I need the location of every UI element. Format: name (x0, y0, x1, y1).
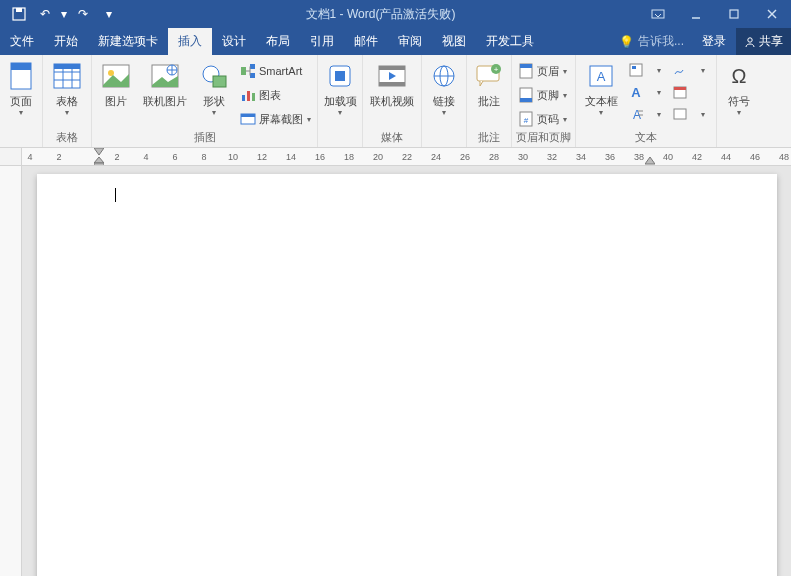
svg-rect-29 (241, 114, 255, 117)
svg-rect-44 (520, 98, 532, 102)
object-button[interactable] (670, 104, 690, 124)
group-links: 链接 ▾ (422, 55, 467, 147)
smartart-icon (240, 63, 256, 79)
quickparts-button[interactable] (626, 60, 646, 80)
indent-marker-right[interactable] (645, 157, 655, 165)
qat-customize-icon[interactable]: ▾ (96, 2, 122, 26)
signature-dropdown[interactable] (692, 60, 712, 80)
tell-me-label: 告诉我... (638, 33, 684, 50)
document-scroll[interactable] (22, 166, 791, 576)
tell-me-search[interactable]: 💡 告诉我... (611, 28, 692, 55)
group-symbols: Ω 符号 ▾ (717, 55, 761, 147)
chevron-down-icon: ▾ (212, 108, 216, 117)
undo-dropdown-icon[interactable]: ▾ (58, 2, 70, 26)
smartart-button[interactable]: SmartArt (238, 60, 313, 82)
vertical-ruler[interactable] (0, 166, 22, 576)
ribbon-tabs: 文件 开始 新建选项卡 插入 设计 布局 引用 邮件 审阅 视图 开发工具 💡 … (0, 28, 791, 55)
group-media: 联机视频 媒体 (363, 55, 422, 147)
ruler-tick: 16 (313, 148, 327, 165)
ruler-tick: 24 (429, 148, 443, 165)
document-page[interactable] (37, 174, 777, 576)
svg-rect-31 (335, 71, 345, 81)
group-label-illustrations: 插图 (96, 130, 313, 146)
group-label-headerfooter: 页眉和页脚 (516, 130, 571, 146)
cover-page-button[interactable]: 页面 ▾ (4, 58, 38, 117)
tab-mail[interactable]: 邮件 (344, 28, 388, 55)
object-dropdown[interactable] (692, 104, 712, 124)
textbox-icon: A (585, 60, 617, 92)
tab-review[interactable]: 审阅 (388, 28, 432, 55)
tab-newtab[interactable]: 新建选项卡 (88, 28, 168, 55)
redo-icon[interactable]: ↷ (70, 2, 96, 26)
indent-marker-first-line[interactable] (94, 148, 104, 156)
wordart-button[interactable]: A (626, 82, 646, 102)
links-button[interactable]: 链接 ▾ (426, 58, 462, 117)
minimize-icon[interactable] (677, 0, 715, 28)
chevron-down-icon: ▾ (599, 108, 603, 117)
quickparts-dropdown[interactable] (648, 60, 668, 80)
ruler-tick: 18 (342, 148, 356, 165)
tab-design[interactable]: 设计 (212, 28, 256, 55)
svg-rect-57 (674, 109, 686, 119)
online-video-button[interactable]: 联机视频 (367, 58, 417, 107)
header-button[interactable]: 页眉▾ (516, 60, 569, 82)
symbol-button[interactable]: Ω 符号 ▾ (721, 58, 757, 117)
share-icon (744, 36, 756, 48)
tab-view[interactable]: 视图 (432, 28, 476, 55)
dropcap-dropdown[interactable] (648, 104, 668, 124)
tab-home[interactable]: 开始 (44, 28, 88, 55)
save-icon[interactable] (6, 2, 32, 26)
ruler-tick: 4 (139, 148, 153, 165)
tab-references[interactable]: 引用 (300, 28, 344, 55)
footer-button[interactable]: 页脚▾ (516, 84, 569, 106)
online-pictures-button[interactable]: 联机图片 (140, 58, 190, 107)
tab-insert[interactable]: 插入 (168, 28, 212, 55)
group-illustrations: 图片 联机图片 形状 ▾ SmartArt (92, 55, 318, 147)
textbox-button[interactable]: A 文本框 ▾ (580, 58, 622, 117)
svg-point-7 (748, 37, 752, 41)
undo-icon[interactable]: ↶ (32, 2, 58, 26)
group-text: A 文本框 ▾ A A (576, 55, 717, 147)
signature-button[interactable] (670, 60, 690, 80)
ruler-tick (81, 148, 95, 165)
svg-text:A: A (597, 69, 606, 84)
horizontal-ruler[interactable]: 4224681012141618202224262830323436384042… (22, 148, 791, 165)
picture-icon (100, 60, 132, 92)
table-button[interactable]: 表格 ▾ (47, 58, 87, 117)
datetime-button[interactable] (670, 82, 690, 102)
group-label-text: 文本 (580, 130, 712, 146)
ruler-tick: 28 (487, 148, 501, 165)
dropcap-button[interactable]: A (626, 104, 646, 124)
page-number-button[interactable]: # 页码▾ (516, 108, 569, 130)
window-title: 文档1 - Word(产品激活失败) (122, 6, 639, 23)
shapes-button[interactable]: 形状 ▾ (194, 58, 234, 117)
share-button[interactable]: 共享 (736, 28, 791, 55)
close-icon[interactable] (753, 0, 791, 28)
tab-file[interactable]: 文件 (0, 28, 44, 55)
ruler-tick: 46 (748, 148, 762, 165)
svg-rect-9 (11, 63, 31, 70)
tab-layout[interactable]: 布局 (256, 28, 300, 55)
ruler-tick: 26 (458, 148, 472, 165)
tab-dev[interactable]: 开发工具 (476, 28, 544, 55)
group-comments: + 批注 批注 (467, 55, 512, 147)
maximize-icon[interactable] (715, 0, 753, 28)
wordart-dropdown[interactable] (648, 82, 668, 102)
ribbon-options-icon[interactable] (639, 0, 677, 28)
pictures-button[interactable]: 图片 (96, 58, 136, 107)
addins-button[interactable]: 加载项 ▾ (322, 58, 358, 117)
footer-icon (518, 87, 534, 103)
svg-rect-23 (250, 64, 255, 69)
ruler-tick: 36 (603, 148, 617, 165)
chart-button[interactable]: 图表 (238, 84, 313, 106)
chevron-down-icon: ▾ (737, 108, 741, 117)
group-pages: 页面 ▾ (0, 55, 43, 147)
ruler-tick: 10 (226, 148, 240, 165)
indent-marker-hanging[interactable] (94, 157, 104, 165)
group-table: 表格 ▾ 表格 (43, 55, 92, 147)
group-header-footer: 页眉▾ 页脚▾ # 页码▾ 页眉和页脚 (512, 55, 576, 147)
sign-in-button[interactable]: 登录 (692, 28, 736, 55)
group-addins: 加载项 ▾ (318, 55, 363, 147)
screenshot-button[interactable]: 屏幕截图 ▾ (238, 108, 313, 130)
comment-button[interactable]: + 批注 (471, 58, 507, 107)
